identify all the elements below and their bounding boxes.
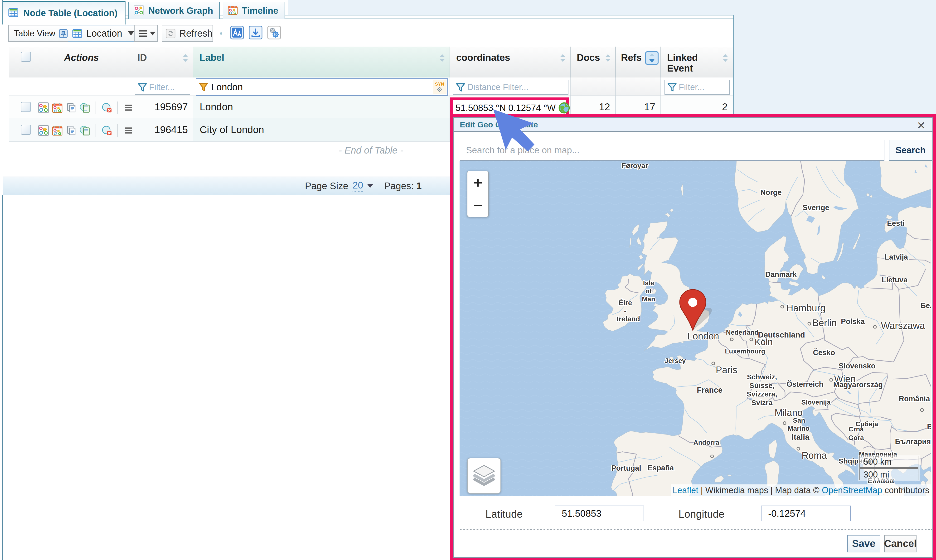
svg-text:Suisse,: Suisse,	[750, 382, 774, 389]
svg-text:Lietuva: Lietuva	[882, 276, 908, 284]
svg-text:Milano: Milano	[774, 408, 803, 418]
svg-text:Köln: Köln	[754, 337, 773, 347]
svg-text:Hamburg: Hamburg	[787, 303, 826, 313]
svg-text:România: România	[899, 395, 930, 403]
svg-text:Portugal: Portugal	[611, 464, 641, 472]
svg-text:Nederland: Nederland	[726, 329, 759, 336]
svg-text:Gora: Gora	[848, 434, 864, 442]
svg-text:Warszawa: Warszawa	[881, 320, 925, 331]
svg-text:Éire: Éire	[619, 299, 632, 307]
svg-text:България: България	[895, 437, 931, 446]
svg-text:Magyarország: Magyarország	[833, 380, 883, 389]
svg-text:Luxembourg: Luxembourg	[725, 348, 765, 355]
svg-text:Бела: Бела	[921, 302, 931, 310]
svg-text:France: France	[697, 386, 722, 394]
svg-text:Man: Man	[642, 295, 655, 303]
svg-text:-: -	[624, 307, 627, 315]
svg-text:Marino: Marino	[788, 425, 810, 432]
svg-text:Sverige: Sverige	[803, 203, 829, 212]
svg-text:Danmark: Danmark	[765, 270, 797, 278]
svg-text:Svizzera,: Svizzera,	[747, 390, 777, 398]
svg-text:London: London	[687, 331, 719, 342]
svg-text:Česko: Česko	[813, 348, 835, 357]
svg-text:Eesti: Eesti	[887, 219, 905, 228]
svg-text:San: San	[793, 417, 805, 424]
svg-text:Italia: Italia	[791, 432, 810, 442]
svg-text:Österreich: Österreich	[787, 380, 823, 388]
svg-text:M: M	[931, 377, 931, 386]
svg-text:Slovenija: Slovenija	[801, 398, 831, 406]
svg-text:Isle: Isle	[643, 279, 654, 287]
svg-text:of: of	[645, 288, 652, 295]
svg-text:Slovensko: Slovensko	[839, 362, 875, 370]
svg-text:Berlin: Berlin	[812, 318, 837, 328]
svg-text:Schweiz,: Schweiz,	[747, 373, 777, 381]
svg-text:Paris: Paris	[716, 365, 737, 375]
svg-text:Bu: Bu	[927, 423, 931, 431]
svg-text:Andorra: Andorra	[693, 439, 719, 446]
svg-text:Latvija: Latvija	[885, 253, 908, 261]
svg-text:Føroyar: Føroyar	[622, 162, 648, 169]
svg-text:España: España	[648, 464, 674, 472]
svg-text:Србија: Србија	[855, 420, 878, 428]
svg-text:Ireland: Ireland	[617, 315, 640, 323]
svg-text:Jersey: Jersey	[665, 357, 686, 365]
svg-text:Svizra: Svizra	[751, 398, 773, 406]
svg-text:Norge: Norge	[760, 188, 782, 197]
svg-text:Polska: Polska	[841, 317, 865, 326]
svg-text:Roma: Roma	[802, 450, 827, 461]
